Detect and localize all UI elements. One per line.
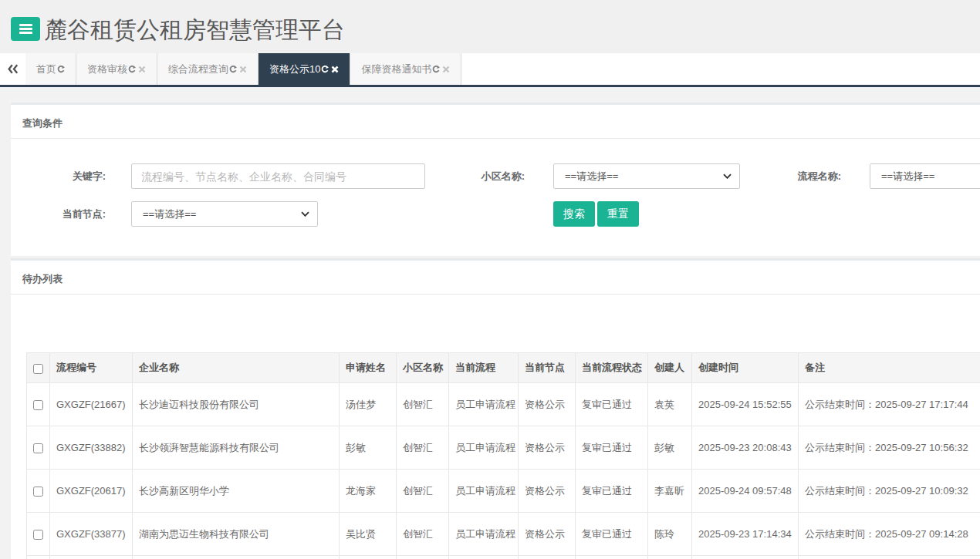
close-icon[interactable] [239, 66, 247, 73]
current-node-label: 当前节点: [11, 201, 106, 227]
cell-community: 创智汇 [397, 513, 449, 556]
cell-created: 2025-09-23 17:14:34 [692, 513, 799, 556]
tab-label: 资格审核 [87, 62, 127, 76]
cell-process-no: GXGZF(33882) [50, 426, 133, 470]
cell-status: 复审已通过 [576, 513, 648, 556]
row-checkbox[interactable] [33, 443, 43, 453]
refresh-icon[interactable] [229, 66, 237, 73]
cell-created: 2025-09-23 20:08:43 [692, 426, 799, 470]
cell-process: 员工申请流程 [449, 426, 519, 470]
process-name-select[interactable]: ==请选择== [870, 163, 980, 189]
cell-creator: 袁英 [648, 383, 692, 426]
row-checkbox[interactable] [33, 530, 43, 540]
cell-status: 复审已通过 [576, 426, 648, 470]
table-row: GXGZF(21667) 长沙迪迈科技股份有限公司 汤佳梦 创智汇 员工申请流程… [27, 383, 980, 426]
col-header: 申请姓名 [340, 353, 397, 383]
cell-applicant: 汤佳梦 [340, 383, 397, 426]
todo-content: 流程编号 企业名称 申请姓名 小区名称 当前流程 当前节点 当前流程状态 创建人… [11, 295, 980, 559]
tabs-scroll-left-button[interactable] [0, 53, 25, 85]
refresh-icon[interactable] [432, 66, 440, 73]
keyword-label: 关键字: [11, 163, 106, 189]
app-header: 麓谷租赁公租房智慧管理平台 [0, 0, 980, 53]
tab-label: 首页 [36, 62, 56, 76]
col-header: 当前流程状态 [576, 353, 648, 383]
col-header: 当前节点 [519, 353, 576, 383]
query-form: 关键字: 小区名称: ==请选择== 流程名称: ==请选择== 当前节点: =… [11, 139, 980, 256]
process-name-label: 流程名称: [687, 163, 841, 189]
col-header: 备注 [799, 353, 980, 383]
todo-table: 流程编号 企业名称 申请姓名 小区名称 当前流程 当前节点 当前流程状态 创建人… [26, 352, 980, 559]
close-icon[interactable] [331, 66, 339, 73]
cell-creator: 李嘉昕 [648, 470, 692, 513]
tab-label: 资格公示10 [269, 62, 320, 76]
col-header: 创建人 [648, 353, 692, 383]
cell-node: 资格公示 [519, 426, 576, 470]
table-row: GXGZF(20617) 长沙高新区明华小学 龙海家 创智汇 员工申请流程 资格… [27, 470, 980, 513]
cell-applicant: 吴比贤 [340, 513, 397, 556]
current-node-select[interactable]: ==请选择== [131, 201, 318, 227]
cell-process-no: GXGZF(21667) [50, 383, 133, 426]
cell-remark: 公示结束时间：2025-09-27 17:17:44 [799, 383, 980, 426]
table-row: GXGZF(33877) 湖南为思迈生物科技有限公司 吴比贤 创智汇 员工申请流… [27, 513, 980, 556]
row-checkbox[interactable] [33, 400, 43, 410]
table-header-row: 流程编号 企业名称 申请姓名 小区名称 当前流程 当前节点 当前流程状态 创建人… [27, 353, 980, 383]
cell-remark: 公示结束时间：2025-09-27 09:14:28 [799, 513, 980, 556]
refresh-icon[interactable] [321, 66, 329, 73]
menu-toggle-button[interactable] [11, 17, 40, 41]
cell-remark: 公示结束时间：2025-09-27 10:09:32 [799, 470, 980, 513]
tab-home[interactable]: 首页 [25, 53, 76, 85]
close-icon[interactable] [442, 66, 450, 73]
cell-remark: 公示结束时间：2025-09-27 10:56:32 [799, 426, 980, 470]
cell-community: 创智汇 [397, 383, 449, 426]
tab-label: 保障资格通知书 [361, 62, 431, 76]
cell-company: 长沙高新区明华小学 [133, 470, 340, 513]
cell-node: 资格公示 [519, 383, 576, 426]
col-header: 小区名称 [397, 353, 449, 383]
cell-created: 2025-09-24 15:52:55 [692, 383, 799, 426]
col-header: 企业名称 [133, 353, 340, 383]
tab-qualification-review[interactable]: 资格审核 [76, 53, 157, 85]
table-row-partial [27, 556, 980, 559]
cell-creator: 彭敏 [648, 426, 692, 470]
refresh-icon[interactable] [57, 66, 65, 73]
select-all-checkbox[interactable] [33, 364, 43, 374]
cell-created: 2025-09-24 09:57:48 [692, 470, 799, 513]
refresh-icon[interactable] [128, 66, 136, 73]
todo-panel: 待办列表 流程编号 企业名称 申请姓名 小区名称 当前流程 当前节点 当前流程状… [11, 258, 980, 559]
cell-process: 员工申请流程 [449, 383, 519, 426]
community-label: 小区名称: [370, 163, 525, 189]
process-name-select-wrap: ==请选择== [870, 163, 980, 189]
reset-button[interactable]: 重置 [597, 201, 639, 227]
row-checkbox[interactable] [33, 487, 43, 497]
cell-applicant: 龙海家 [340, 470, 397, 513]
close-icon[interactable] [138, 66, 146, 73]
current-node-select-wrap: ==请选择== [131, 201, 318, 227]
double-chevron-left-icon [8, 64, 19, 74]
cell-applicant: 彭敏 [340, 426, 397, 470]
cell-status: 复审已通过 [576, 470, 648, 513]
cell-company: 长沙领湃智慧能源科技有限公司 [133, 426, 340, 470]
cell-community: 创智汇 [397, 426, 449, 470]
tab-process-query[interactable]: 综合流程查询 [157, 53, 259, 85]
cell-community: 创智汇 [397, 470, 449, 513]
cell-creator: 陈玲 [648, 513, 692, 556]
cell-status: 复审已通过 [576, 383, 648, 426]
cell-process-no: GXGZF(33877) [50, 513, 133, 556]
cell-company: 长沙迪迈科技股份有限公司 [133, 383, 340, 426]
todo-panel-title: 待办列表 [11, 261, 980, 295]
tab-guarantee-notice[interactable]: 保障资格通知书 [350, 53, 461, 85]
cell-process: 员工申请流程 [449, 470, 519, 513]
app-title: 麓谷租赁公租房智慧管理平台 [44, 19, 345, 42]
cell-company: 湖南为思迈生物科技有限公司 [133, 513, 340, 556]
cell-process: 员工申请流程 [449, 513, 519, 556]
cell-node: 资格公示 [519, 470, 576, 513]
col-header: 流程编号 [50, 353, 133, 383]
col-header: 当前流程 [449, 353, 519, 383]
table-row: GXGZF(33882) 长沙领湃智慧能源科技有限公司 彭敏 创智汇 员工申请流… [27, 426, 980, 470]
tab-bar: 首页 资格审核 综合流程查询 [0, 53, 980, 87]
query-panel-title: 查询条件 [11, 105, 980, 139]
search-button[interactable]: 搜索 [553, 201, 595, 227]
tab-qualification-publicity[interactable]: 资格公示10 [259, 53, 350, 85]
cell-process-no: GXGZF(20617) [50, 470, 133, 513]
cell-node: 资格公示 [519, 513, 576, 556]
